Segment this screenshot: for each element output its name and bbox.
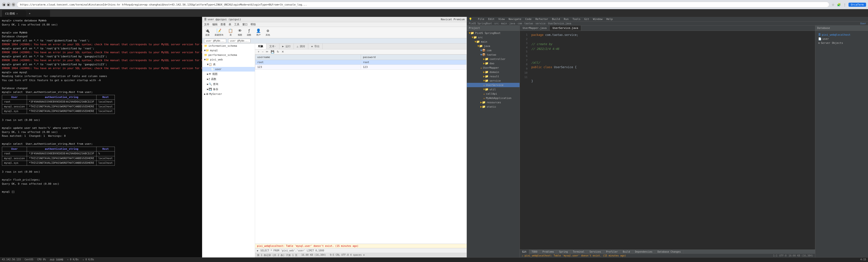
bottom-tab-build[interactable]: Build — [620, 250, 633, 254]
tab-object[interactable]: 对象 — [255, 43, 267, 49]
tree-dao[interactable]: ▶📁 dao — [467, 61, 520, 65]
reload-button[interactable]: ↻ — [11, 3, 16, 6]
tab-text[interactable]: 文本· — [267, 43, 279, 49]
query-text[interactable]: SELECT * FROM 'pixi_web'.'user' LIMIT 0,… — [260, 249, 324, 252]
bottom-tab-terminal[interactable]: Terminal — [570, 250, 587, 254]
tree-result[interactable]: ▶📁 result — [467, 74, 520, 79]
col-username[interactable]: username — [255, 55, 361, 60]
tree-item-functions[interactable]: ▶ƒ 函数 — [202, 77, 255, 82]
tool-function[interactable]: ƒ 函数 — [246, 28, 252, 37]
new-tab-button[interactable]: + — [26, 10, 50, 17]
tree-item-pixiweb[interactable]: ▼📁 pixi_web — [202, 57, 255, 62]
menu-refactor[interactable]: Refactor — [535, 18, 548, 21]
menu-help[interactable]: 帮助 — [250, 23, 256, 26]
tree-com[interactable]: ▼📦 com — [467, 48, 520, 53]
col-password[interactable]: password — [361, 55, 467, 60]
menu-edit[interactable]: 编辑 — [212, 23, 218, 26]
editor-tab-usermapper[interactable]: UserMapper.java — [520, 26, 550, 31]
cell-password-1[interactable]: root — [361, 60, 467, 65]
bottom-tab-services[interactable]: Services — [587, 250, 604, 254]
db-item-pixiweb[interactable]: 🗄 pixi_web@localhost — [817, 33, 866, 37]
url-bar[interactable]: https://orcaterm.cloud.tencent.com/termi… — [17, 2, 829, 7]
tool-newquery[interactable]: 📝 新建查询 — [214, 28, 224, 37]
tree-item-user[interactable]: 📄 user — [202, 67, 255, 71]
tool-table[interactable]: 📋 表 — [227, 28, 234, 37]
ctrl-save[interactable]: 💾 — [270, 50, 275, 54]
menu-icon[interactable]: ⋮ — [842, 2, 847, 7]
tree-usermapper[interactable]: ☕ UserMapper — [467, 65, 520, 70]
tree-controller[interactable]: ▶📁 controller — [467, 57, 520, 61]
terminal-tab[interactable]: (1)里程 ✕ — [2, 10, 26, 17]
menu-tools[interactable]: 工具 — [234, 23, 240, 26]
orcaterm-title[interactable]: OrcaTerm — [848, 3, 866, 7]
db-item-server-objects[interactable]: ⚙ Server Objects — [817, 41, 866, 45]
forward-button[interactable]: ▶ — [7, 3, 10, 6]
editor-content[interactable]: 1234567891011 package com.taotao.service… — [520, 31, 815, 250]
tree-item-mysql[interactable]: ▼📁 mysql — [202, 48, 255, 53]
tree-taotao[interactable]: ▼📦 taotao — [467, 53, 520, 57]
table-row[interactable]: root root — [255, 60, 467, 65]
tree-src[interactable]: ▼📁 src — [467, 35, 520, 39]
tab-goto[interactable]: △ 跳转 — [294, 43, 308, 49]
menu-run[interactable]: Run — [564, 18, 569, 21]
bottom-tab-db-changes[interactable]: Database Changes — [655, 250, 683, 254]
bookmark-icon[interactable]: ☆ — [831, 2, 836, 7]
table-row[interactable]: 123 123 — [255, 65, 467, 69]
menu-view[interactable]: 查看 — [220, 23, 226, 26]
db-item-user[interactable]: 📄 user — [817, 37, 866, 41]
tree-service[interactable]: ▼📁 service — [467, 79, 520, 83]
bottom-tab-deps[interactable]: Dependencies — [633, 250, 655, 254]
back-button[interactable]: ◀ — [2, 3, 6, 6]
menu-code[interactable]: Code — [525, 18, 532, 21]
tree-item-views[interactable]: ▶👁 视图 — [202, 71, 255, 77]
ctrl-refresh[interactable]: ↻ — [276, 50, 280, 54]
tree-static[interactable]: ▶📁 static — [467, 105, 520, 109]
tab-export[interactable]: ◈ 导出 — [308, 43, 323, 49]
conn-tab-1[interactable]: user @MyWe... — [204, 39, 226, 43]
tool-view[interactable]: 👁 视图 — [237, 28, 243, 37]
cell-password-2[interactable]: 123 — [361, 65, 467, 69]
ctrl-edit[interactable]: ✏ — [265, 50, 269, 54]
bottom-tab-spring[interactable]: Spring — [557, 250, 570, 254]
tree-item-info-schema[interactable]: 📁 information_schema — [202, 43, 255, 48]
ctrl-add[interactable]: + — [257, 50, 260, 54]
tree-item-tables[interactable]: ▼📋 表 — [202, 62, 255, 67]
menu-edit[interactable]: Edit — [488, 18, 495, 21]
tree-userservice[interactable]: ☕ UserService — [467, 83, 520, 87]
tree-item-queries[interactable]: ▶🔍 查询 — [202, 82, 255, 87]
menu-window[interactable]: Window — [593, 18, 602, 21]
tree-java[interactable]: ▼📁 java — [467, 44, 520, 48]
tool-other[interactable]: ⚙ 其他 — [265, 28, 271, 37]
tree-item-perf-schema[interactable]: 📁 performance_schema — [202, 53, 255, 57]
terminal-pane[interactable]: mysql> create database MyWeb Query OK, 1… — [0, 17, 202, 257]
tree-callapi[interactable]: ☕ callApi — [467, 91, 520, 96]
conn-tab-2[interactable]: user @MyWe... — [228, 39, 250, 43]
menu-build[interactable]: Build — [552, 18, 560, 21]
menu-file[interactable]: 文件 — [204, 23, 209, 26]
extension-icon[interactable]: 🧩 — [836, 2, 841, 7]
cell-username-1[interactable]: root — [255, 60, 361, 65]
tree-pixus-springboot[interactable]: ▼📁 PixUS SpringBoot — [467, 31, 520, 35]
menu-navigate[interactable]: Navigate — [509, 18, 522, 21]
bottom-tab-problems[interactable]: Problems — [540, 250, 557, 254]
tool-user[interactable]: 👤 用户 — [255, 28, 262, 37]
tab-run[interactable]: ▶ 运行 — [279, 43, 294, 49]
tree-item-backup[interactable]: ▶💾 备份 — [202, 87, 255, 92]
menu-help[interactable]: Help — [607, 18, 613, 21]
tree-util[interactable]: ▼📁 util — [467, 87, 520, 91]
tree-main[interactable]: ▼📁 main — [467, 39, 520, 44]
menu-git[interactable]: Git — [584, 18, 589, 21]
navicat-query-bar[interactable]: ▶ SELECT * FROM 'pixi_web'.'user' LIMIT … — [255, 248, 467, 253]
tree-mywebapp[interactable]: ☕ MyWebApplication — [467, 96, 520, 100]
bottom-tab-git[interactable]: Git — [520, 250, 529, 254]
editor-tab-userservice[interactable]: UserService.java — [550, 26, 581, 31]
tree-item-myserver[interactable]: ▶🖥 MyServer — [202, 92, 255, 96]
menu-table[interactable]: 表 — [228, 23, 231, 26]
navicat-grid[interactable]: username password root root 123 12 — [255, 54, 467, 244]
tool-connect[interactable]: 🔌 连接 — [204, 28, 211, 37]
menu-view[interactable]: View — [498, 18, 505, 21]
tree-resources[interactable]: ▶📁 resources — [467, 100, 520, 105]
ctrl-delete[interactable]: − — [261, 50, 264, 54]
menu-tools[interactable]: Tools — [572, 18, 581, 21]
bottom-tab-todo[interactable]: TODO — [529, 250, 540, 254]
